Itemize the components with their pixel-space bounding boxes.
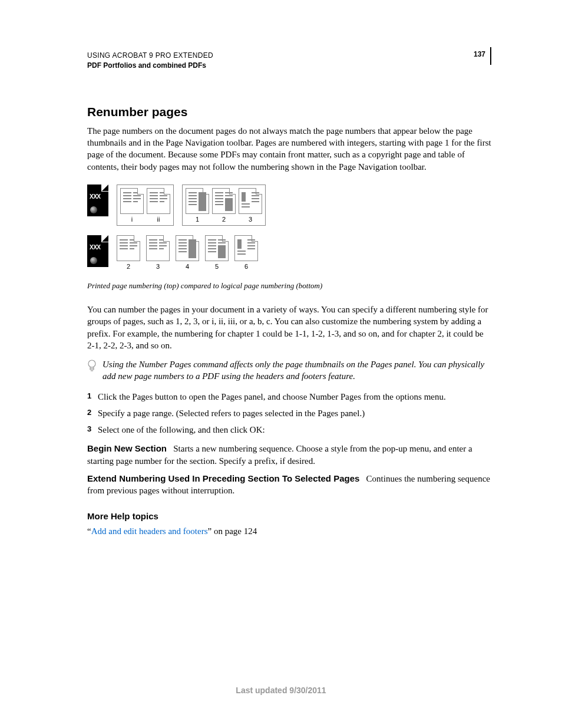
footer-last-updated: Last updated 9/30/2011 (0, 685, 562, 696)
thumb-label: ii (157, 215, 160, 224)
figure-row-printed: XXX i ii 1 2 (87, 185, 491, 226)
link-suffix: ” on page 124 (208, 526, 257, 536)
thumb-label: 3 (156, 262, 160, 271)
quote-open: “ (87, 526, 91, 536)
thumb-label: 2 (127, 262, 130, 271)
thumb-ii: ii (147, 188, 170, 224)
thumb-label: i (131, 215, 133, 224)
thumb-5b: 5 (205, 235, 229, 271)
option-term: Begin New Section (87, 443, 167, 453)
figure-row-logical: XXX 2 3 4 5 (87, 235, 491, 271)
steps-list: Click the Pages button to open the Pages… (87, 391, 491, 436)
option-begin-new-section: Begin New Section Starts a new numbering… (87, 443, 491, 467)
body-paragraph-2: You can number the pages in your documen… (87, 304, 491, 351)
page-number: 137 (474, 47, 491, 65)
header-left: USING ACROBAT 9 PRO EXTENDED PDF Portfol… (87, 51, 213, 71)
cover-thumbnail-bottom: XXX (87, 235, 108, 267)
header-product: USING ACROBAT 9 PRO EXTENDED (87, 51, 213, 61)
step-2: Specify a page range. (Selected refers t… (87, 407, 491, 419)
thumb-2b: 2 (117, 235, 140, 271)
figure-renumber: XXX i ii 1 2 (87, 185, 491, 291)
thumb-i: i (120, 188, 144, 224)
page-header: USING ACROBAT 9 PRO EXTENDED PDF Portfol… (87, 51, 491, 71)
thumb-label: 3 (249, 215, 252, 224)
svg-point-0 (88, 360, 95, 367)
thumb-label: 6 (244, 262, 248, 271)
thumb-1: 1 (186, 188, 209, 224)
thumb-group-logical: 2 3 4 5 6 (117, 235, 258, 271)
cover-text: XXX (90, 243, 101, 252)
cover-thumbnail-top: XXX (87, 185, 108, 216)
thumb-group-arabic-top: 1 2 3 (182, 185, 266, 226)
help-link-headers-footers[interactable]: Add and edit headers and footers (91, 526, 208, 536)
thumb-label: 5 (215, 262, 219, 271)
thumb-4b: 4 (176, 235, 199, 271)
section-title: Renumber pages (87, 104, 491, 120)
thumb-3b: 3 (146, 235, 170, 271)
step-1: Click the Pages button to open the Pages… (87, 391, 491, 403)
header-chapter: PDF Portfolios and combined PDFs (87, 61, 213, 71)
more-help-link-line: “Add and edit headers and footers” on pa… (87, 525, 491, 537)
cover-text: XXX (90, 193, 101, 201)
tip-block: Using the Number Pages command affects o… (87, 358, 491, 383)
option-term: Extend Numbering Used In Preceding Secti… (87, 473, 359, 483)
figure-caption: Printed page numbering (top) compared to… (87, 281, 491, 291)
tip-text: Using the Number Pages command affects o… (103, 358, 491, 383)
thumb-label: 4 (186, 262, 189, 271)
thumb-2: 2 (212, 188, 236, 224)
thumb-group-roman: i ii (117, 185, 174, 226)
cover-logo-icon (90, 206, 97, 213)
thumb-label: 2 (222, 215, 226, 224)
intro-paragraph: The page numbers on the document pages d… (87, 125, 491, 173)
option-extend-numbering: Extend Numbering Used In Preceding Secti… (87, 473, 491, 497)
thumb-label: 1 (196, 215, 199, 224)
more-help-heading: More Help topics (87, 510, 491, 522)
cover-logo-icon (90, 257, 97, 264)
thumb-6b: 6 (234, 235, 258, 271)
lightbulb-icon (87, 360, 98, 375)
step-3: Select one of the following, and then cl… (87, 424, 491, 436)
thumb-3: 3 (239, 188, 262, 224)
